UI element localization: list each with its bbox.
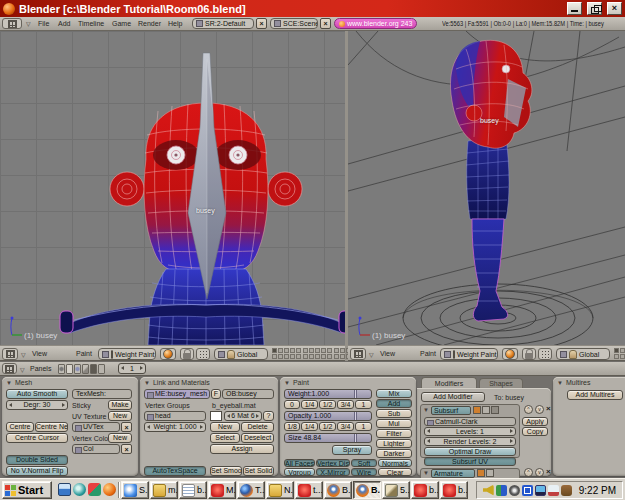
centre-cursor-button[interactable]: Centre Cursor [6, 433, 68, 443]
blend-sub-button[interactable]: Sub [376, 409, 412, 418]
uvtex-delete-icon[interactable]: × [121, 422, 132, 432]
task-notepad[interactable]: b.. [179, 481, 207, 499]
autotexspace-toggle[interactable]: AutoTexSpace [144, 466, 206, 476]
screen-selector[interactable]: SR:2-Default [192, 18, 254, 29]
subsurf-copy-button[interactable]: Copy [522, 427, 548, 436]
editor-type-menu[interactable] [350, 348, 366, 360]
header-collapse-icon[interactable]: ▽ [21, 351, 26, 358]
viewport-3d-front[interactable]: busey (1) busey [0, 31, 345, 345]
subsurf-type-selector[interactable]: Catmull-Clark [424, 417, 516, 426]
tray-display-icon[interactable] [535, 485, 546, 496]
weight-preset-1[interactable]: 1 [355, 400, 372, 409]
weight-preset-threequarter[interactable]: 3/4 [337, 400, 354, 409]
task-doc-5[interactable]: 5.. [382, 481, 410, 499]
modifier-move-up-icon[interactable]: ^ [524, 405, 533, 414]
subsurf-uv-toggle[interactable]: Subsurf UV [424, 457, 516, 466]
script-context-icon[interactable] [66, 364, 73, 374]
blend-darker-button[interactable]: Darker [376, 449, 412, 458]
layer-buttons-group-2[interactable] [303, 348, 332, 359]
col-delete-icon[interactable]: × [121, 444, 132, 454]
modifier-move-up-icon[interactable]: ^ [524, 468, 533, 477]
quicklaunch-app-icon[interactable] [88, 483, 101, 496]
layer-buttons-group-1[interactable] [614, 348, 625, 359]
vertex-dist-toggle[interactable]: Vertex Dist [316, 459, 350, 467]
brush-size-slider[interactable]: Size 48.84 [284, 433, 372, 443]
editor-type-menu[interactable] [2, 348, 18, 360]
tray-camera-icon[interactable] [561, 485, 572, 496]
blend-filter-button[interactable]: Filter [376, 429, 412, 438]
layer-buttons-group-1[interactable] [272, 348, 301, 359]
centre-button[interactable]: Centre [6, 422, 34, 432]
modifier-render-icon[interactable] [477, 469, 485, 477]
quicklaunch-browser-icon[interactable] [103, 483, 116, 496]
task-folder-n[interactable]: N.. [266, 481, 294, 499]
taskbar-clock[interactable]: 9:22 PM [579, 485, 616, 496]
orientation-selector[interactable]: Global [556, 348, 610, 360]
pivot-button[interactable] [196, 348, 210, 360]
menu-paint[interactable]: Paint [420, 350, 436, 357]
draw-mode-button[interactable] [502, 348, 518, 360]
task-app-m[interactable]: M.. [208, 481, 236, 499]
texmesh-field[interactable]: TexMesh: [72, 389, 132, 399]
slider-knob[interactable] [354, 390, 357, 398]
subsurf-render-levels-spinner[interactable]: Render Levels: 2 [424, 437, 516, 446]
modifier-realtime-icon[interactable] [482, 406, 490, 414]
task-folder-m[interactable]: m.. [150, 481, 178, 499]
orientation-selector[interactable]: Global [214, 348, 268, 360]
modifier-collapse-icon[interactable]: ▼ [423, 470, 429, 476]
task-search[interactable]: S.. [121, 481, 149, 499]
window-titlebar[interactable]: Blender [c:\Blender Tutorial\Room06.blen… [0, 0, 625, 17]
subsurf-levels-spinner[interactable]: Levels: 1 [424, 427, 516, 436]
menu-file[interactable]: File [38, 20, 49, 27]
fake-user-button[interactable]: F [211, 389, 221, 399]
normals-toggle[interactable]: Normals [378, 459, 412, 467]
group-weight-spinner[interactable]: Weight: 1.000 [144, 422, 206, 432]
modifier-move-down-icon[interactable]: v [535, 405, 544, 414]
blend-mul-button[interactable]: Mul [376, 419, 412, 428]
buttons-page-spinner[interactable]: 1 [118, 363, 146, 374]
material-index-spinner[interactable]: 6 Mat 6 [224, 411, 262, 421]
subsurf-name-field[interactable]: Subsurf [431, 406, 471, 415]
vgroup-new-button[interactable]: New [210, 422, 240, 432]
opacity-preset-quarter[interactable]: 1/4 [301, 422, 318, 431]
header-collapse-icon[interactable]: ▽ [20, 366, 25, 373]
subsurf-delete-icon[interactable]: × [546, 405, 551, 413]
material-color-swatch[interactable] [210, 411, 222, 421]
paint-panel-header[interactable]: ▼Paint [284, 379, 309, 386]
panels-menu[interactable]: Panels [30, 365, 51, 372]
blender-org-link[interactable]: www.blender.org 243 [334, 18, 417, 29]
tray-print-icon[interactable] [548, 485, 559, 496]
weight-preset-half[interactable]: 1/2 [319, 400, 336, 409]
editor-type-menu[interactable] [2, 363, 17, 374]
task-app-t[interactable]: t... [295, 481, 323, 499]
clear-button[interactable]: Clear [378, 468, 412, 476]
degrees-spinner[interactable]: Degr: 30 [6, 400, 68, 410]
menu-render[interactable]: Render [138, 20, 161, 27]
uvtex-name-field[interactable]: UVTex [72, 422, 120, 432]
double-sided-toggle[interactable]: Double Sided [6, 455, 68, 465]
quicklaunch-desktop-icon[interactable] [58, 483, 71, 496]
add-modifier-button[interactable]: Add Modifier [421, 392, 485, 402]
optimal-draw-toggle[interactable]: Optimal Draw [424, 447, 516, 456]
task-blender-1[interactable]: B.. [324, 481, 352, 499]
x-mirror-toggle[interactable]: X-Mirror [316, 468, 350, 476]
panel-collapse-icon[interactable]: ▼ [557, 380, 563, 386]
window-type-menu[interactable] [2, 18, 22, 29]
weight-slider[interactable]: Weight:1.000 [284, 389, 372, 399]
modifier-realtime-icon[interactable] [486, 469, 494, 477]
add-multires-button[interactable]: Add Multires [567, 390, 623, 400]
modifier-move-down-icon[interactable]: v [535, 468, 544, 477]
mesh-panel-header[interactable]: ▼Mesh [6, 379, 32, 386]
link-panel-header[interactable]: ▼Link and Materials [144, 379, 210, 386]
modifier-editmode-icon[interactable] [491, 406, 499, 414]
modifier-collapse-icon[interactable]: ▼ [423, 407, 429, 413]
logic-context-icon[interactable] [58, 364, 65, 374]
soft-toggle[interactable]: Soft [351, 459, 377, 467]
tray-cd-icon[interactable] [509, 485, 520, 496]
task-app-b1[interactable]: b.. [411, 481, 439, 499]
panel-collapse-icon[interactable]: ▼ [284, 380, 290, 386]
slider-knob[interactable] [354, 412, 357, 420]
header-collapse-icon[interactable]: ▽ [26, 20, 31, 27]
menu-view[interactable]: View [32, 350, 47, 357]
task-app-b2[interactable]: b.. [440, 481, 468, 499]
